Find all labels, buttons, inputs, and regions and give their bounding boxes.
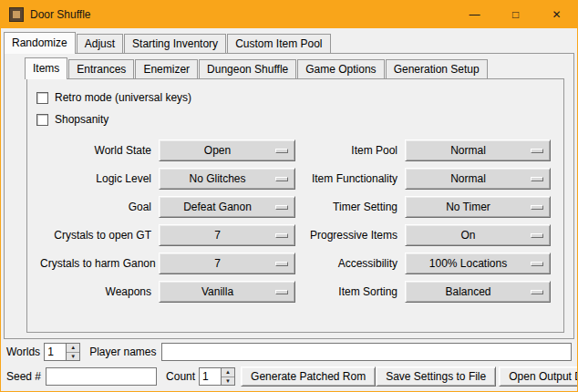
window-controls: — □ ✕	[454, 1, 577, 28]
dropdown-indicator-icon	[531, 233, 543, 238]
count-spin-buttons: ▲ ▼	[221, 367, 235, 386]
worlds-spin-up-button[interactable]: ▲	[67, 344, 79, 353]
shopsanity-label: Shopsanity	[55, 113, 108, 126]
tab-generation-setup[interactable]: Generation Setup	[386, 59, 488, 78]
dropdown-value: 7	[160, 257, 275, 270]
dropdown-indicator-icon	[531, 205, 543, 210]
crystals-harm-ganon-label: Crystals to harm Ganon	[40, 257, 153, 270]
tab-starting-inventory[interactable]: Starting Inventory	[124, 34, 226, 53]
tab-custom-item-pool[interactable]: Custom Item Pool	[227, 34, 330, 53]
dropdown-indicator-icon	[275, 290, 288, 294]
player-names-label: Player names	[89, 346, 156, 358]
count-spinbox: ▲ ▼	[199, 367, 235, 386]
dropdown-value: Normal	[406, 172, 531, 185]
shopsanity-checkbox[interactable]	[36, 114, 48, 126]
titlebar[interactable]: Door Shuffle — □ ✕	[1, 1, 577, 28]
main-tab-bar: Randomize Adjust Starting Inventory Cust…	[1, 28, 577, 53]
item-pool-label: Item Pool	[301, 144, 399, 157]
bottom-bar: Worlds ▲ ▼ Player names Seed # Count ▲ ▼	[1, 339, 577, 392]
save-settings-button[interactable]: Save Settings to File	[376, 366, 496, 387]
goal-dropdown[interactable]: Defeat Ganon	[159, 196, 295, 218]
minimize-button[interactable]: —	[454, 1, 495, 28]
tab-dungeon-shuffle[interactable]: Dungeon Shuffle	[199, 59, 296, 78]
weapons-label: Weapons	[40, 285, 153, 298]
goal-label: Goal	[40, 201, 153, 213]
dropdown-indicator-icon	[275, 149, 288, 153]
items-panel: Retro mode (universal keys) Shopsanity W…	[26, 78, 564, 333]
dropdown-indicator-icon	[275, 262, 288, 266]
dropdown-value: No Glitches	[160, 172, 275, 185]
randomize-panel: Items Entrances Enemizer Dungeon Shuffle…	[4, 53, 574, 339]
app-window: Door Shuffle — □ ✕ Randomize Adjust Star…	[0, 0, 578, 392]
tab-randomize[interactable]: Randomize	[4, 32, 76, 54]
seed-row: Seed # Count ▲ ▼ Generate Patched Rom Sa…	[6, 366, 572, 387]
seed-label: Seed #	[6, 370, 41, 383]
world-state-label: World State	[40, 144, 153, 157]
tab-adjust[interactable]: Adjust	[77, 34, 123, 53]
tab-game-options[interactable]: Game Options	[297, 59, 384, 78]
dropdown-value: 7	[160, 229, 275, 242]
dropdown-value: On	[406, 229, 531, 242]
close-button[interactable]: ✕	[536, 1, 577, 28]
dropdown-value: Balanced	[406, 285, 531, 298]
tab-entrances[interactable]: Entrances	[68, 59, 134, 78]
dropdown-indicator-icon	[531, 262, 543, 266]
accessibility-dropdown[interactable]: 100% Locations	[405, 253, 551, 274]
item-sorting-dropdown[interactable]: Balanced	[405, 281, 551, 303]
dropdown-value: Vanilla	[160, 285, 275, 298]
retro-mode-label: Retro mode (universal keys)	[55, 91, 191, 104]
sub-tab-bar: Items Entrances Enemizer Dungeon Shuffle…	[5, 54, 573, 78]
count-label: Count	[166, 370, 195, 383]
timer-setting-label: Timer Setting	[301, 201, 399, 213]
seed-input[interactable]	[46, 367, 157, 386]
worlds-spinbox: ▲ ▼	[44, 343, 80, 361]
dropdown-indicator-icon	[531, 149, 543, 153]
dropdown-indicator-icon	[275, 233, 288, 238]
open-output-directory-button[interactable]: Open Output Directory	[499, 366, 578, 387]
item-sorting-label: Item Sorting	[301, 285, 399, 298]
progressive-items-label: Progressive Items	[301, 229, 399, 242]
dropdown-indicator-icon	[531, 177, 543, 181]
dropdown-value: No Timer	[406, 201, 531, 213]
worlds-spin-down-button[interactable]: ▼	[67, 353, 79, 361]
dropdown-indicator-icon	[275, 205, 288, 210]
worlds-row: Worlds ▲ ▼ Player names	[6, 343, 572, 361]
item-pool-dropdown[interactable]: Normal	[405, 139, 551, 161]
logic-level-dropdown[interactable]: No Glitches	[159, 168, 295, 190]
accessibility-label: Accessibility	[301, 257, 399, 270]
dropdown-value: Normal	[406, 144, 531, 157]
retro-mode-checkbox[interactable]	[36, 92, 48, 104]
dropdown-value: Open	[160, 144, 275, 157]
tab-items[interactable]: Items	[25, 57, 67, 79]
tab-enemizer[interactable]: Enemizer	[135, 59, 198, 78]
window-title: Door Shuffle	[30, 8, 91, 21]
dropdown-indicator-icon	[531, 290, 543, 294]
count-input[interactable]	[199, 367, 221, 386]
logic-level-label: Logic Level	[40, 172, 153, 185]
dropdown-value: 100% Locations	[406, 257, 531, 270]
crystals-harm-ganon-dropdown[interactable]: 7	[159, 253, 295, 274]
player-names-input[interactable]	[161, 343, 573, 361]
item-functionality-label: Item Functionality	[301, 172, 399, 185]
app-icon	[9, 7, 24, 22]
world-state-dropdown[interactable]: Open	[159, 139, 295, 161]
dropdown-value: Defeat Ganon	[160, 201, 275, 213]
dropdown-indicator-icon	[275, 177, 288, 181]
generate-patched-rom-button[interactable]: Generate Patched Rom	[241, 366, 376, 387]
worlds-input[interactable]	[44, 343, 66, 361]
progressive-items-dropdown[interactable]: On	[405, 224, 551, 246]
item-functionality-dropdown[interactable]: Normal	[405, 168, 551, 190]
crystals-open-gt-label: Crystals to open GT	[40, 229, 153, 242]
timer-setting-dropdown[interactable]: No Timer	[405, 196, 551, 218]
retro-mode-checkbox-row[interactable]: Retro mode (universal keys)	[36, 87, 563, 108]
worlds-spin-buttons: ▲ ▼	[66, 343, 80, 361]
count-spin-up-button[interactable]: ▲	[222, 368, 234, 377]
count-spin-down-button[interactable]: ▼	[222, 377, 234, 386]
options-grid: World State Open Item Pool Normal Logic …	[35, 139, 563, 303]
shopsanity-checkbox-row[interactable]: Shopsanity	[36, 108, 563, 130]
crystals-open-gt-dropdown[interactable]: 7	[159, 224, 295, 246]
maximize-button[interactable]: □	[495, 1, 536, 28]
weapons-dropdown[interactable]: Vanilla	[159, 281, 295, 303]
worlds-label: Worlds	[6, 346, 40, 358]
